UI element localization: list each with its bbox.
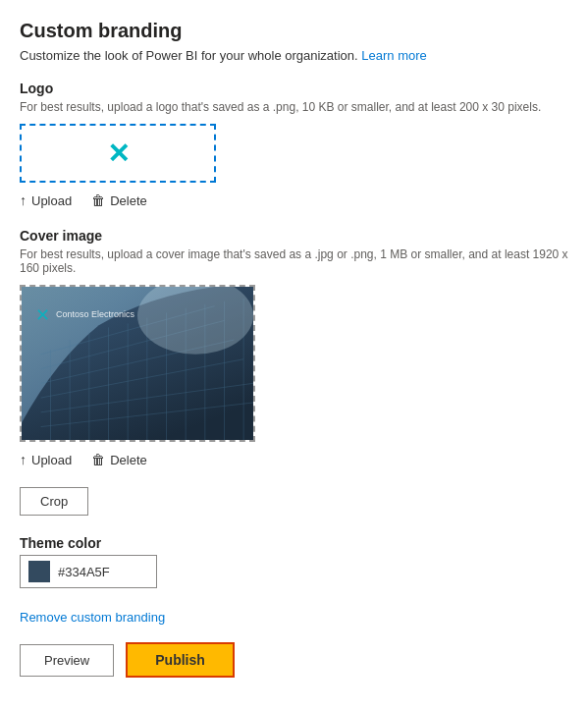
cover-image-hint: For best results, upload a cover image t…	[20, 247, 568, 275]
color-swatch	[28, 561, 50, 582]
cover-delete-label: Delete	[110, 453, 147, 467]
logo-delete-button[interactable]: 🗑 Delete	[91, 192, 147, 208]
logo-section: Logo For best results, upload a logo tha…	[20, 81, 568, 208]
subtitle-text: Customize the look of Power BI for your …	[20, 48, 358, 63]
color-picker-row[interactable]: #334A5F	[20, 555, 157, 588]
cover-image-actions: ↑ Upload 🗑 Delete	[20, 452, 568, 467]
delete-icon: 🗑	[91, 192, 105, 208]
cover-image-preview: ✕ Contoso Electronics	[20, 285, 255, 442]
theme-color-label: Theme color	[20, 535, 568, 551]
cover-delete-icon: 🗑	[91, 452, 105, 467]
logo-x-icon: ✕	[107, 137, 130, 170]
bottom-actions: Preview Publish	[20, 642, 568, 678]
preview-button[interactable]: Preview	[20, 644, 114, 677]
logo-upload-label: Upload	[31, 193, 72, 208]
page-subtitle: Customize the look of Power BI for your …	[20, 48, 568, 63]
cover-image-section: Cover image For best results, upload a c…	[20, 228, 568, 467]
logo-delete-label: Delete	[110, 193, 147, 208]
upload-icon: ↑	[20, 192, 27, 208]
theme-color-section: Theme color #334A5F	[20, 535, 568, 588]
cover-upload-label: Upload	[31, 453, 72, 467]
cover-upload-button[interactable]: ↑ Upload	[20, 452, 72, 467]
contoso-icon: ✕	[35, 304, 50, 326]
logo-hint: For best results, upload a logo that's s…	[20, 100, 568, 114]
contoso-text: Contoso Electronics	[56, 309, 134, 321]
logo-actions: ↑ Upload 🗑 Delete	[20, 192, 568, 208]
cover-delete-button[interactable]: 🗑 Delete	[91, 452, 147, 467]
logo-upload-button[interactable]: ↑ Upload	[20, 192, 72, 208]
contoso-logo: ✕ Contoso Electronics	[35, 304, 134, 326]
cover-image-label: Cover image	[20, 228, 568, 244]
remove-branding-link[interactable]: Remove custom branding	[20, 610, 165, 625]
learn-more-link[interactable]: Learn more	[361, 48, 426, 63]
cover-image-inner: ✕ Contoso Electronics	[22, 287, 253, 440]
crop-button[interactable]: Crop	[20, 487, 88, 516]
publish-button[interactable]: Publish	[126, 642, 235, 678]
page-title: Custom branding	[20, 20, 568, 42]
cover-upload-icon: ↑	[20, 452, 27, 467]
color-hex-value: #334A5F	[58, 565, 110, 579]
logo-dropzone: ✕	[20, 124, 216, 183]
logo-label: Logo	[20, 81, 568, 96]
